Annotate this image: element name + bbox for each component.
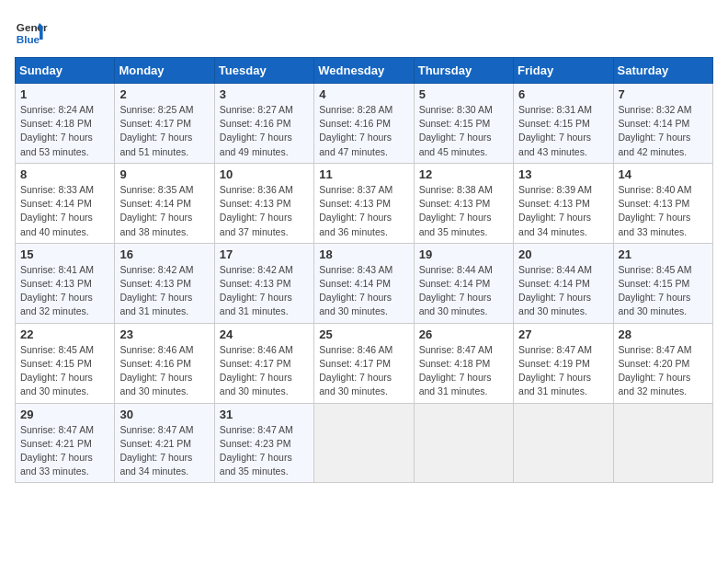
day-cell: 31 Sunrise: 8:47 AMSunset: 4:23 PMDaylig… — [214, 403, 313, 483]
svg-text:General: General — [17, 21, 48, 33]
day-detail: Sunrise: 8:42 AMSunset: 4:13 PMDaylight:… — [220, 264, 293, 317]
day-detail: Sunrise: 8:28 AMSunset: 4:16 PMDaylight:… — [319, 104, 392, 157]
day-cell — [514, 403, 613, 483]
day-number: 21 — [619, 247, 708, 261]
day-detail: Sunrise: 8:46 AMSunset: 4:17 PMDaylight:… — [319, 344, 392, 397]
day-cell: 14 Sunrise: 8:40 AMSunset: 4:13 PMDaylig… — [613, 163, 712, 243]
day-number: 14 — [619, 167, 708, 181]
week-row-1: 1 Sunrise: 8:24 AMSunset: 4:18 PMDayligh… — [16, 84, 713, 164]
day-number: 28 — [619, 327, 708, 341]
day-cell: 10 Sunrise: 8:36 AMSunset: 4:13 PMDaylig… — [214, 163, 313, 243]
day-detail: Sunrise: 8:32 AMSunset: 4:14 PMDaylight:… — [619, 104, 692, 157]
week-row-4: 22 Sunrise: 8:45 AMSunset: 4:15 PMDaylig… — [16, 323, 713, 403]
day-cell: 22 Sunrise: 8:45 AMSunset: 4:15 PMDaylig… — [16, 323, 115, 403]
day-number: 23 — [119, 327, 209, 341]
day-number: 22 — [20, 327, 109, 341]
day-cell — [314, 403, 414, 483]
day-number: 12 — [419, 167, 508, 181]
day-cell: 15 Sunrise: 8:41 AMSunset: 4:13 PMDaylig… — [16, 243, 115, 323]
weekday-saturday: Saturday — [613, 58, 712, 84]
day-detail: Sunrise: 8:31 AMSunset: 4:15 PMDaylight:… — [518, 104, 592, 157]
day-number: 18 — [319, 247, 408, 261]
day-cell: 18 Sunrise: 8:43 AMSunset: 4:14 PMDaylig… — [314, 243, 414, 323]
day-cell: 9 Sunrise: 8:35 AMSunset: 4:14 PMDayligh… — [115, 163, 214, 243]
day-detail: Sunrise: 8:24 AMSunset: 4:18 PMDaylight:… — [20, 104, 94, 157]
day-detail: Sunrise: 8:33 AMSunset: 4:14 PMDaylight:… — [20, 184, 94, 237]
day-cell: 21 Sunrise: 8:45 AMSunset: 4:15 PMDaylig… — [613, 243, 712, 323]
day-cell: 11 Sunrise: 8:37 AMSunset: 4:13 PMDaylig… — [314, 163, 414, 243]
day-detail: Sunrise: 8:46 AMSunset: 4:16 PMDaylight:… — [119, 344, 193, 397]
day-detail: Sunrise: 8:45 AMSunset: 4:15 PMDaylight:… — [20, 344, 94, 397]
day-number: 29 — [20, 408, 109, 421]
day-cell: 30 Sunrise: 8:47 AMSunset: 4:21 PMDaylig… — [115, 403, 214, 483]
day-number: 4 — [319, 87, 408, 101]
day-detail: Sunrise: 8:47 AMSunset: 4:23 PMDaylight:… — [220, 424, 293, 477]
weekday-sunday: Sunday — [16, 58, 115, 84]
logo-icon: General Blue — [15, 15, 48, 48]
day-number: 31 — [220, 408, 309, 421]
day-number: 20 — [518, 247, 608, 261]
day-detail: Sunrise: 8:40 AMSunset: 4:13 PMDaylight:… — [619, 184, 692, 237]
day-cell: 3 Sunrise: 8:27 AMSunset: 4:16 PMDayligh… — [214, 84, 313, 164]
day-number: 30 — [119, 408, 209, 421]
day-detail: Sunrise: 8:36 AMSunset: 4:13 PMDaylight:… — [220, 184, 293, 237]
day-detail: Sunrise: 8:47 AMSunset: 4:21 PMDaylight:… — [119, 424, 193, 477]
day-cell: 12 Sunrise: 8:38 AMSunset: 4:13 PMDaylig… — [414, 163, 513, 243]
day-detail: Sunrise: 8:43 AMSunset: 4:14 PMDaylight:… — [319, 264, 392, 317]
weekday-thursday: Thursday — [414, 58, 513, 84]
day-number: 9 — [119, 167, 209, 181]
day-cell: 16 Sunrise: 8:42 AMSunset: 4:13 PMDaylig… — [115, 243, 214, 323]
day-detail: Sunrise: 8:39 AMSunset: 4:13 PMDaylight:… — [518, 184, 592, 237]
day-number: 2 — [119, 87, 209, 101]
day-number: 24 — [220, 327, 309, 341]
day-number: 26 — [419, 327, 508, 341]
day-cell: 26 Sunrise: 8:47 AMSunset: 4:18 PMDaylig… — [414, 323, 513, 403]
day-cell: 17 Sunrise: 8:42 AMSunset: 4:13 PMDaylig… — [214, 243, 313, 323]
day-cell: 2 Sunrise: 8:25 AMSunset: 4:17 PMDayligh… — [115, 84, 214, 164]
day-cell: 8 Sunrise: 8:33 AMSunset: 4:14 PMDayligh… — [16, 163, 115, 243]
day-detail: Sunrise: 8:46 AMSunset: 4:17 PMDaylight:… — [220, 344, 293, 397]
day-detail: Sunrise: 8:45 AMSunset: 4:15 PMDaylight:… — [619, 264, 692, 317]
day-cell: 29 Sunrise: 8:47 AMSunset: 4:21 PMDaylig… — [16, 403, 115, 483]
calendar-table: SundayMondayTuesdayWednesdayThursdayFrid… — [15, 57, 713, 483]
day-cell: 7 Sunrise: 8:32 AMSunset: 4:14 PMDayligh… — [613, 84, 712, 164]
day-number: 1 — [20, 87, 109, 101]
day-number: 8 — [20, 167, 109, 181]
weekday-friday: Friday — [514, 58, 613, 84]
day-number: 3 — [220, 87, 309, 101]
logo: General Blue — [15, 15, 48, 48]
day-number: 15 — [20, 247, 109, 261]
day-number: 19 — [419, 247, 508, 261]
week-row-5: 29 Sunrise: 8:47 AMSunset: 4:21 PMDaylig… — [16, 403, 713, 483]
day-detail: Sunrise: 8:47 AMSunset: 4:20 PMDaylight:… — [619, 344, 692, 397]
day-number: 27 — [518, 327, 608, 341]
day-cell: 28 Sunrise: 8:47 AMSunset: 4:20 PMDaylig… — [613, 323, 712, 403]
day-cell: 27 Sunrise: 8:47 AMSunset: 4:19 PMDaylig… — [514, 323, 613, 403]
weekday-header-row: SundayMondayTuesdayWednesdayThursdayFrid… — [16, 58, 713, 84]
svg-text:Blue: Blue — [17, 33, 40, 45]
day-cell: 20 Sunrise: 8:44 AMSunset: 4:14 PMDaylig… — [514, 243, 613, 323]
day-number: 6 — [518, 87, 608, 101]
day-cell: 1 Sunrise: 8:24 AMSunset: 4:18 PMDayligh… — [16, 84, 115, 164]
day-detail: Sunrise: 8:47 AMSunset: 4:18 PMDaylight:… — [419, 344, 493, 397]
day-number: 13 — [518, 167, 608, 181]
weekday-wednesday: Wednesday — [314, 58, 414, 84]
day-detail: Sunrise: 8:44 AMSunset: 4:14 PMDaylight:… — [518, 264, 592, 317]
day-detail: Sunrise: 8:38 AMSunset: 4:13 PMDaylight:… — [419, 184, 493, 237]
calendar-body: 1 Sunrise: 8:24 AMSunset: 4:18 PMDayligh… — [16, 84, 713, 483]
day-detail: Sunrise: 8:30 AMSunset: 4:15 PMDaylight:… — [419, 104, 493, 157]
day-cell: 24 Sunrise: 8:46 AMSunset: 4:17 PMDaylig… — [214, 323, 313, 403]
day-number: 16 — [119, 247, 209, 261]
day-detail: Sunrise: 8:47 AMSunset: 4:19 PMDaylight:… — [518, 344, 592, 397]
day-number: 11 — [319, 167, 408, 181]
day-cell: 19 Sunrise: 8:44 AMSunset: 4:14 PMDaylig… — [414, 243, 513, 323]
day-cell: 6 Sunrise: 8:31 AMSunset: 4:15 PMDayligh… — [514, 84, 613, 164]
day-cell — [613, 403, 712, 483]
day-detail: Sunrise: 8:41 AMSunset: 4:13 PMDaylight:… — [20, 264, 94, 317]
day-number: 10 — [220, 167, 309, 181]
day-cell — [414, 403, 513, 483]
day-cell: 4 Sunrise: 8:28 AMSunset: 4:16 PMDayligh… — [314, 84, 414, 164]
day-cell: 23 Sunrise: 8:46 AMSunset: 4:16 PMDaylig… — [115, 323, 214, 403]
day-number: 5 — [419, 87, 508, 101]
weekday-tuesday: Tuesday — [214, 58, 313, 84]
